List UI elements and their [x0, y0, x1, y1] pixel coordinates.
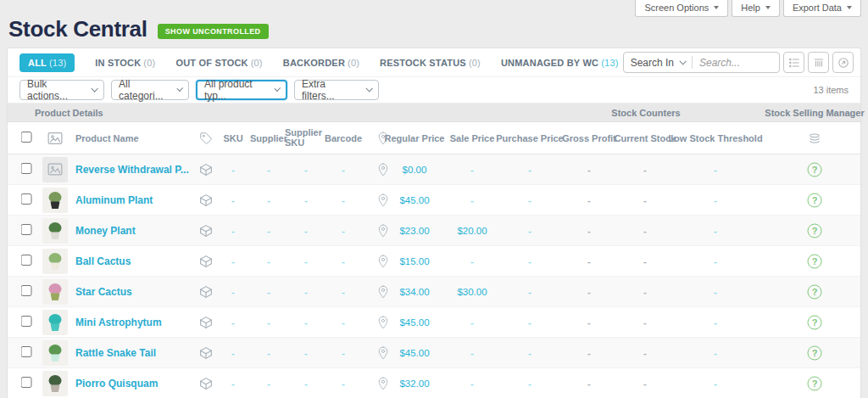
- tab-backorder[interactable]: BACKORDER(0): [283, 58, 359, 68]
- search-in-select[interactable]: Search In: [624, 57, 692, 69]
- cell-sale-price[interactable]: -: [470, 256, 474, 266]
- cell-supplier[interactable]: -: [267, 256, 270, 266]
- tab-restock-status[interactable]: RESTOCK STATUS(0): [380, 58, 481, 68]
- cell-sale-price[interactable]: $30.00: [457, 287, 487, 297]
- cell-regular-price[interactable]: $45.00: [399, 195, 429, 205]
- manage-stock-question-icon[interactable]: ?: [808, 193, 822, 207]
- cell-current-stock[interactable]: -: [643, 348, 647, 358]
- product-thumbnail[interactable]: [42, 310, 68, 335]
- manage-stock-question-icon[interactable]: ?: [808, 315, 822, 329]
- col-barcode[interactable]: Barcode: [325, 133, 362, 143]
- cell-sale-price[interactable]: -: [470, 317, 474, 328]
- manage-stock-question-icon[interactable]: ?: [808, 254, 822, 268]
- manage-stock-question-icon[interactable]: ?: [808, 162, 822, 177]
- cell-supplier-sku[interactable]: -: [304, 165, 308, 175]
- cell-current-stock[interactable]: -: [643, 378, 647, 389]
- col-supplier-sku[interactable]: Supplier SKU: [285, 127, 327, 149]
- tab-all[interactable]: ALL(13): [19, 53, 75, 72]
- cell-gross-profit[interactable]: -: [587, 348, 591, 358]
- product-thumbnail[interactable]: [42, 371, 68, 396]
- location-pin-icon[interactable]: [378, 224, 389, 238]
- location-pin-icon[interactable]: [378, 346, 389, 360]
- col-purchase-price[interactable]: Purchase Price: [496, 133, 564, 143]
- row-checkbox[interactable]: [21, 377, 32, 388]
- cell-supplier-sku[interactable]: -: [304, 256, 308, 266]
- expand-button[interactable]: [832, 52, 854, 73]
- cell-regular-price[interactable]: $45.00: [399, 317, 429, 328]
- cell-low-stock-threshold[interactable]: -: [714, 287, 717, 297]
- cell-sale-price[interactable]: -: [470, 165, 474, 175]
- cell-purchase-price[interactable]: -: [528, 317, 531, 328]
- col-low-stock-threshold[interactable]: Low Stock Threshold: [668, 133, 762, 143]
- col-product-name[interactable]: Product Name: [75, 133, 139, 143]
- row-checkbox[interactable]: [21, 255, 32, 266]
- help-button[interactable]: Help: [732, 0, 780, 17]
- row-checkbox[interactable]: [21, 163, 32, 174]
- cell-supplier[interactable]: -: [267, 317, 270, 328]
- cell-regular-price[interactable]: $34.00: [399, 287, 429, 297]
- col-sku[interactable]: SKU: [223, 133, 242, 143]
- cell-purchase-price[interactable]: -: [528, 226, 531, 236]
- manage-stock-question-icon[interactable]: ?: [808, 376, 822, 390]
- cell-regular-price[interactable]: $32.00: [399, 378, 429, 389]
- cell-supplier[interactable]: -: [267, 226, 270, 236]
- cell-supplier-sku[interactable]: -: [304, 317, 308, 328]
- location-pin-icon[interactable]: [378, 377, 389, 390]
- cell-low-stock-threshold[interactable]: -: [714, 256, 717, 266]
- cell-sale-price[interactable]: -: [470, 378, 474, 389]
- product-name-link[interactable]: Reverse Withdrawal P...: [75, 164, 189, 176]
- cell-purchase-price[interactable]: -: [528, 287, 531, 297]
- cell-low-stock-threshold[interactable]: -: [714, 378, 717, 389]
- product-name-link[interactable]: Piorro Quisquam: [75, 378, 158, 390]
- cell-purchase-price[interactable]: -: [528, 195, 531, 205]
- col-supplier[interactable]: Supplier: [250, 133, 287, 143]
- cell-current-stock[interactable]: -: [643, 317, 647, 328]
- tab-unmanaged-by-wc[interactable]: UNMANAGED BY WC(13): [501, 58, 619, 68]
- cell-supplier[interactable]: -: [267, 348, 270, 358]
- cell-regular-price[interactable]: $45.00: [399, 348, 429, 358]
- cell-sku[interactable]: -: [231, 256, 235, 266]
- product-thumbnail[interactable]: [42, 340, 68, 366]
- row-checkbox[interactable]: [21, 316, 32, 327]
- cell-sku[interactable]: -: [231, 195, 235, 205]
- cell-sku[interactable]: -: [231, 317, 235, 328]
- cell-gross-profit[interactable]: -: [587, 378, 591, 389]
- location-pin-icon[interactable]: [378, 193, 389, 207]
- cell-gross-profit[interactable]: -: [587, 256, 591, 266]
- product-name-link[interactable]: Aluminum Plant: [75, 194, 153, 206]
- cell-sale-price[interactable]: $20.00: [457, 226, 487, 236]
- cell-low-stock-threshold[interactable]: -: [714, 226, 717, 236]
- cell-supplier[interactable]: -: [267, 287, 270, 297]
- product-name-link[interactable]: Money Plant: [75, 225, 136, 237]
- tab-in-stock[interactable]: IN STOCK(0): [95, 58, 155, 68]
- col-sale-price[interactable]: Sale Price: [450, 133, 495, 143]
- tab-out-of-stock[interactable]: OUT OF STOCK(0): [175, 58, 262, 68]
- product-name-link[interactable]: Star Cactus: [75, 286, 132, 298]
- show-uncontrolled-button[interactable]: SHOW UNCONTROLLED: [158, 24, 269, 39]
- cell-barcode[interactable]: -: [342, 348, 345, 358]
- cell-supplier[interactable]: -: [267, 165, 270, 175]
- product-name-link[interactable]: Mini Astrophytum: [75, 317, 162, 328]
- cell-barcode[interactable]: -: [342, 165, 345, 175]
- cell-barcode[interactable]: -: [342, 378, 345, 389]
- cell-gross-profit[interactable]: -: [587, 165, 591, 175]
- cell-purchase-price[interactable]: -: [528, 256, 531, 266]
- cell-gross-profit[interactable]: -: [587, 317, 591, 328]
- categories-select[interactable]: All categori...: [111, 80, 189, 100]
- product-name-link[interactable]: Ball Cactus: [75, 255, 131, 267]
- manage-stock-question-icon[interactable]: ?: [808, 284, 822, 299]
- cell-barcode[interactable]: -: [342, 287, 345, 297]
- cell-current-stock[interactable]: -: [643, 226, 647, 236]
- cell-supplier-sku[interactable]: -: [304, 348, 308, 358]
- cell-sku[interactable]: -: [231, 226, 235, 236]
- column-groups-button[interactable]: [808, 52, 829, 73]
- cell-supplier-sku[interactable]: -: [304, 287, 308, 297]
- col-current-stock[interactable]: Current Stock: [615, 133, 676, 143]
- cell-supplier[interactable]: -: [267, 195, 270, 205]
- search-input[interactable]: [693, 57, 779, 69]
- location-pin-icon[interactable]: [378, 255, 389, 268]
- cell-supplier-sku[interactable]: -: [304, 195, 308, 205]
- cell-gross-profit[interactable]: -: [587, 226, 591, 236]
- product-thumbnail[interactable]: [42, 188, 68, 213]
- cell-current-stock[interactable]: -: [643, 287, 647, 297]
